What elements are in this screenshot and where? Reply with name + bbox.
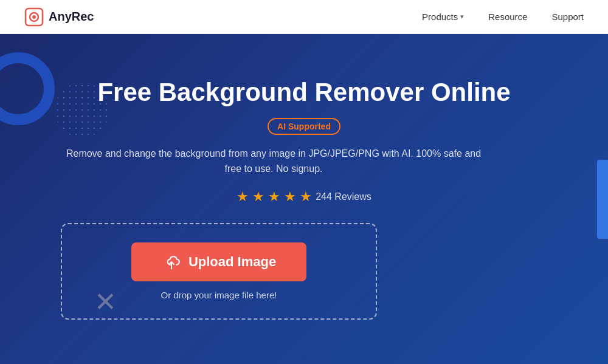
nav-links: Products ▾ Resource Support — [422, 12, 584, 22]
upload-area[interactable]: Upload Image Or drop your image file her… — [61, 223, 377, 320]
nav-support-label: Support — [551, 12, 584, 22]
hero-title-row: Free Background Remover Online AI Suppor… — [61, 78, 547, 134]
star-5: ★ — [300, 189, 312, 205]
nav-resource-label: Resource — [488, 12, 527, 22]
drop-hint: Or drop your image file here! — [161, 290, 277, 300]
star-4: ★ — [284, 189, 296, 205]
hero-title: Free Background Remover Online — [97, 78, 510, 106]
upload-button-label: Upload Image — [188, 254, 276, 270]
nav-products-label: Products — [422, 12, 458, 22]
svg-point-3 — [32, 15, 36, 19]
logo-icon — [24, 7, 44, 27]
star-2: ★ — [252, 189, 264, 205]
chevron-down-icon: ▾ — [460, 13, 464, 21]
ai-badge: AI Supported — [268, 118, 340, 135]
deco-rect-right — [597, 160, 608, 239]
navbar: AnyRec Products ▾ Resource Support — [0, 0, 608, 34]
stars-row: ★ ★ ★ ★ ★ 244 Reviews — [61, 189, 547, 205]
star-3: ★ — [268, 189, 280, 205]
nav-support[interactable]: Support — [551, 12, 584, 22]
star-1: ★ — [237, 189, 249, 205]
nav-resource[interactable]: Resource — [488, 12, 527, 22]
deco-circle-large — [0, 52, 55, 125]
hero-subtitle: Remove and change the background from an… — [61, 146, 486, 177]
reviews-count: 244 Reviews — [316, 191, 371, 202]
logo[interactable]: AnyRec — [24, 7, 94, 27]
hero-section: ✕ Free Background Remover Online AI Supp… — [0, 34, 608, 364]
logo-text: AnyRec — [49, 10, 94, 24]
hero-content: Free Background Remover Online AI Suppor… — [61, 78, 547, 319]
upload-button[interactable]: Upload Image — [131, 242, 306, 281]
nav-products[interactable]: Products ▾ — [422, 12, 464, 22]
upload-cloud-icon — [162, 252, 181, 272]
